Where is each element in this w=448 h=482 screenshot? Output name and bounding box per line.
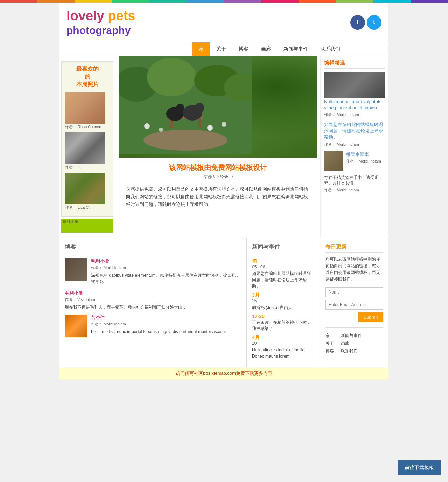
pick-author-1: 作者： Morbi Indiam <box>324 112 385 117</box>
news-daterange-4: 20 <box>252 341 315 346</box>
blog-thumb-3 <box>65 315 88 337</box>
pick-image-1 <box>324 72 385 98</box>
blog-item-author-1: 作者： Morbi Indiam <box>91 265 241 270</box>
header: lovely pets photography f t <box>59 3 388 42</box>
news-date-2: 3月 <box>252 292 315 298</box>
blog-item-text-3: Proin mollis，nunc in portal lobortis mag… <box>91 329 226 335</box>
news-date-3: 17-20 <box>252 314 315 319</box>
main-content: 最喜欢的的本周照片 作者： Rhon Cusnon 作者： JU 作者： Liz… <box>59 56 388 238</box>
pick-author-2: 作者： Morbi Indiam <box>324 142 385 147</box>
logo: lovely pets photography <box>66 8 135 37</box>
pick-item-3: 维管束鼠李 作者： Morbi Indiam <box>324 151 385 171</box>
footer-link-gallery[interactable]: 画廊 <box>341 340 362 346</box>
pick-item-1: Nulla mauris lorem vulputate vitae place… <box>324 72 385 117</box>
photo-owl-image <box>65 132 105 164</box>
footer-col-1: 家 关于 博客 <box>326 333 334 356</box>
footer-links: 家 关于 博客 新闻与事件 画廊 联系我们 <box>326 327 383 356</box>
center-content: 该网站模板由免费网站模板设计 作者Pha Sellmu 为您提供免费。您可以用自… <box>115 56 320 238</box>
footer-link-blog[interactable]: 博客 <box>326 348 334 354</box>
svg-point-12 <box>195 103 204 113</box>
daily-update-title: 每日更新 <box>326 243 383 253</box>
news-event-3: 17-20 正在阅读：在精英筌神坐下时，我被感染了 <box>252 314 315 332</box>
news-event-1: 简 05 - 06 如果您在编辑此网站模板时遇到问题，请随时在论坛上寻求帮助。 <box>252 258 315 289</box>
sidebar-bottom-label: 邮社图像 <box>61 218 80 225</box>
footer-link-news[interactable]: 新闻与事件 <box>341 333 362 339</box>
nav-item-contact[interactable]: 联系我们 <box>314 42 346 56</box>
pick-link-1[interactable]: Nulla mauris lorem vulputate vitae place… <box>324 98 385 111</box>
twitter-button[interactable]: t <box>367 15 382 30</box>
daily-update-text: 您可以从该网站模板中删除任何指向我们网站的链接，您可以自由使用该网站模板，而无需… <box>326 256 383 283</box>
article-title: 该网站模板由免费网站模板设计 <box>126 163 310 172</box>
article: 该网站模板由免费网站模板设计 作者Pha Sellmu 为您提供免费。您可以用自… <box>119 158 317 214</box>
news-section: 新闻与事件 简 05 - 06 如果您在编辑此网站模板时遇到问题，请随时在论坛上… <box>247 238 320 367</box>
hero-svg <box>119 56 252 154</box>
svg-point-5 <box>144 130 227 151</box>
svg-point-16 <box>207 125 213 131</box>
blog-section: 博客 毛利小暑 作者： Morbi Indiam 深褐色的 dapibus vi… <box>59 238 247 367</box>
watermark: 访问佪写社区bbs.xlenlao.com免费下载更多内容 <box>59 367 388 379</box>
blog-item-text-1: 深褐色的 dapibus vitae elementum。佩伦特斯克人居住在死亡… <box>91 272 241 285</box>
news-text-3: 正在阅读：在精英筌神坐下时，我被感染了 <box>252 319 315 332</box>
news-event-2: 3月 15 胡斯托 (Justo) 自由人 <box>252 292 315 311</box>
blog-section-title: 博客 <box>65 243 241 254</box>
blog-item-title-2: 毛利小暑 <box>65 290 241 296</box>
news-event-4: 4月 20 Nulla ultricies lacinia fringilla … <box>252 335 315 359</box>
news-date-4: 4月 <box>252 335 315 341</box>
social-icons: f t <box>350 15 382 30</box>
logo-line2: photography <box>66 24 135 37</box>
pick-item-2: 如果您在编辑此网站模板时遇到问题，请随时在论坛上寻求帮助。 作者： Morbi … <box>324 122 385 147</box>
sidebar-photos-section: 最喜欢的的本周照片 作者： Rhon Cusnon 作者： JU 作者： Liz… <box>61 61 113 217</box>
bottom-row: 博客 毛利小暑 作者： Morbi Indiam 深褐色的 dapibus vi… <box>59 238 388 367</box>
photo-tortoise-image <box>65 173 105 204</box>
blog-item-3: 苦杏仁 作者： Morbi Indiam Proin mollis，nunc i… <box>65 315 241 337</box>
blog-item-1: 毛利小暑 作者： Morbi Indiam 深褐色的 dapibus vitae… <box>65 258 241 285</box>
logo-line1: lovely pets <box>66 8 135 24</box>
photo-author-3: 作者： Liza C. <box>65 205 110 210</box>
sidebar-photo-3: 作者： Liza C. <box>65 173 110 210</box>
footer-link-home[interactable]: 家 <box>326 333 334 339</box>
photo-child-image <box>65 92 105 124</box>
nav-item-gallery[interactable]: 画廊 <box>255 42 277 56</box>
facebook-button[interactable]: f <box>350 15 365 30</box>
news-daterange-2: 15 <box>252 298 315 303</box>
blog-item-2: 毛利小暑 作者： Vistibulum 现在我不再是毛利人，而是精英。凭借社会福… <box>65 290 241 310</box>
sidebar-photo-1: 作者： Rhon Cusnon <box>65 92 110 130</box>
footer-col-2: 新闻与事件 画廊 联系我们 <box>341 333 362 356</box>
right-sidebar: 编辑精选 Nulla mauris lorem vulputate vitae … <box>320 56 388 238</box>
photo-author-1: 作者： Rhon Cusnon <box>65 124 110 130</box>
blog-item-author-2: 作者： Vistibulum <box>65 297 241 302</box>
sidebar-title: 最喜欢的的本周照片 <box>65 65 110 89</box>
logo-pets: pets <box>108 8 135 23</box>
svg-point-13 <box>144 123 150 129</box>
blog-thumb-1 <box>65 258 88 281</box>
nav-item-news[interactable]: 新闻与事件 <box>277 42 314 56</box>
editor-picks-title: 编辑精选 <box>324 60 385 69</box>
nav-item-about[interactable]: 关于 <box>210 42 232 56</box>
hero-image <box>119 56 317 158</box>
svg-rect-8 <box>198 119 201 128</box>
blog-item-text-2: 现在我不再是毛利人，而是精英。凭借社会福利和产妇分娩大山， <box>65 304 241 310</box>
nav: 家 关于 博客 画廊 新闻与事件 联系我们 <box>59 42 388 56</box>
pick-horse-desc: 存在于精英筌神手中，遭受诅咒。兼社会名流 <box>324 175 385 187</box>
footer-link-contact[interactable]: 联系我们 <box>341 348 362 354</box>
footer-link-about[interactable]: 关于 <box>326 340 334 346</box>
svg-point-15 <box>159 128 163 132</box>
pick-link-2[interactable]: 如果您在编辑此网站模板时遇到问题，请随时在论坛上寻求帮助。 <box>324 122 385 141</box>
submit-button[interactable]: Submit <box>358 312 383 322</box>
logo-lovely: lovely <box>66 8 108 23</box>
news-text-4: Nulla ultricies lacinia fringilla Donec … <box>252 347 315 359</box>
blog-item-title-3: 苦杏仁 <box>91 315 226 321</box>
svg-point-2 <box>147 58 196 96</box>
nav-item-home[interactable]: 家 <box>192 42 210 56</box>
pick-horse-image <box>324 151 343 171</box>
color-bar <box>0 0 448 3</box>
news-text-1: 如果您在编辑此网站模板时遇到问题，请随时在论坛上寻求帮助。 <box>252 270 315 289</box>
svg-point-14 <box>222 122 226 127</box>
sidebar-bottom-bar: 邮社图像 <box>61 219 113 233</box>
blog-item-title-1: 毛利小暑 <box>91 258 241 264</box>
email-input[interactable] <box>326 300 383 310</box>
name-input[interactable] <box>326 287 383 297</box>
news-section-title: 新闻与事件 <box>252 243 315 254</box>
nav-item-blog[interactable]: 博客 <box>232 42 255 56</box>
news-daterange-1: 05 - 06 <box>252 264 315 269</box>
